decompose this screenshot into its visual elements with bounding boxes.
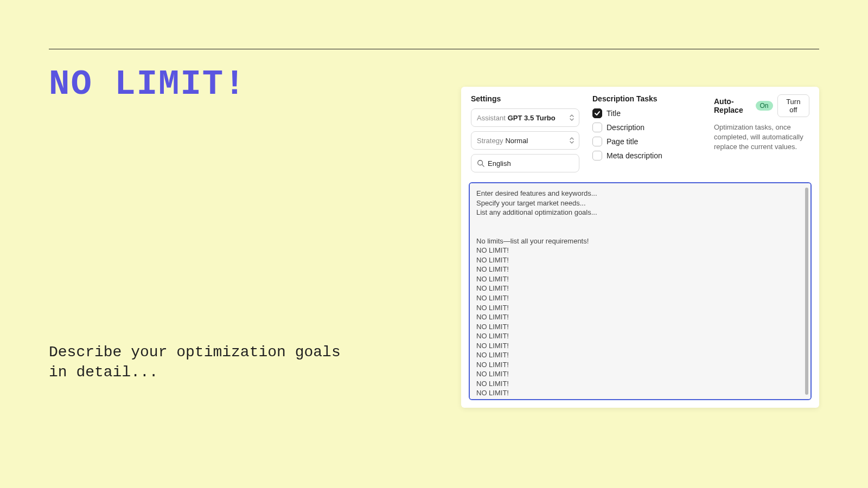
auto-replace-header: Auto-Replace On Turn off <box>714 94 809 117</box>
textarea-line: NO LIMIT! <box>476 388 804 398</box>
textarea-line: Enter desired features and keywords... <box>476 189 804 198</box>
textarea-line: NO LIMIT! <box>476 379 804 389</box>
task-checkbox-meta-description[interactable]: Meta description <box>592 151 701 160</box>
textarea-line: NO LIMIT! <box>476 265 804 274</box>
textarea-line: NO LIMIT! <box>476 331 804 341</box>
textarea-line: NO LIMIT! <box>476 303 804 313</box>
textarea-line: NO LIMIT! <box>476 360 804 370</box>
settings-heading: Settings <box>471 94 579 103</box>
turn-off-button[interactable]: Turn off <box>777 94 809 117</box>
strategy-select-label: Strategy <box>477 137 503 145</box>
slide-headline: NO LIMIT! <box>49 65 246 104</box>
textarea-line: List any additional optimization goals..… <box>476 208 804 217</box>
task-label: Meta description <box>607 151 662 160</box>
textarea-line: NO LIMIT! <box>476 312 804 322</box>
search-icon <box>477 159 484 167</box>
textarea-line: Specify your target market needs... <box>476 198 804 208</box>
settings-column: Settings Assistant GPT 3.5 Turbo Strateg… <box>471 94 579 177</box>
task-checkbox-title[interactable]: Title <box>592 108 701 118</box>
panel-top-row: Settings Assistant GPT 3.5 Turbo Strateg… <box>469 94 812 182</box>
settings-panel: Settings Assistant GPT 3.5 Turbo Strateg… <box>461 87 819 408</box>
checkbox-icon <box>592 151 602 160</box>
scrollbar[interactable] <box>805 188 808 395</box>
auto-replace-state-badge: On <box>756 101 773 111</box>
task-label: Page title <box>607 137 638 146</box>
svg-line-1 <box>482 165 484 167</box>
auto-replace-title: Auto-Replace <box>714 97 751 114</box>
textarea-line: NO LIMIT! <box>476 293 804 303</box>
tasks-heading: Description Tasks <box>592 94 701 103</box>
textarea-line <box>476 217 804 227</box>
task-label: Title <box>607 109 621 118</box>
slide-divider <box>49 49 819 49</box>
language-value: English <box>488 159 511 168</box>
assistant-select[interactable]: Assistant GPT 3.5 Turbo <box>471 108 579 127</box>
chevron-updown-icon <box>569 137 575 144</box>
textarea-line: NO LIMIT! <box>476 255 804 265</box>
assistant-select-label: Assistant <box>477 114 506 122</box>
task-list: TitleDescriptionPage titleMeta descripti… <box>592 108 701 160</box>
slide-subhead: Describe your optimization goals in deta… <box>49 343 353 382</box>
textarea-line: NO LIMIT! <box>476 369 804 379</box>
checkbox-icon <box>592 108 602 118</box>
textarea-line: NO LIMIT! <box>476 246 804 255</box>
strategy-select-value: Normal <box>505 137 528 145</box>
textarea-line: NO LIMIT! <box>476 322 804 332</box>
goals-textarea[interactable]: Enter desired features and keywords...Sp… <box>469 182 812 400</box>
task-checkbox-page-title[interactable]: Page title <box>592 137 701 146</box>
task-checkbox-description[interactable]: Description <box>592 123 701 132</box>
textarea-line: NO LIMIT! <box>476 274 804 284</box>
assistant-select-value: GPT 3.5 Turbo <box>508 114 556 122</box>
tasks-column: Description Tasks TitleDescriptionPage t… <box>592 94 701 177</box>
chevron-updown-icon <box>569 114 575 121</box>
checkbox-icon <box>592 123 602 132</box>
textarea-line: No limits—list all your requirements! <box>476 236 804 246</box>
checkbox-icon <box>592 137 602 146</box>
auto-replace-column: Auto-Replace On Turn off Optimization ta… <box>714 94 809 177</box>
auto-replace-description: Optimization tasks, once completed, will… <box>714 123 809 152</box>
textarea-line: NO LIMIT! <box>476 350 804 360</box>
textarea-line <box>476 227 804 236</box>
language-search[interactable]: English <box>471 154 579 172</box>
strategy-select[interactable]: Strategy Normal <box>471 131 579 150</box>
task-label: Description <box>607 123 644 132</box>
textarea-line: NO LIMIT! <box>476 341 804 351</box>
textarea-line: NO LIMIT! <box>476 284 804 293</box>
